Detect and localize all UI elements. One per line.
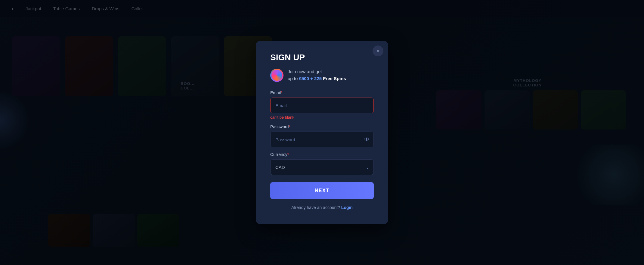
currency-select[interactable]: CAD USD EUR GBP AUD — [270, 159, 374, 175]
password-wrapper: 👁 — [270, 132, 374, 147]
promo-line-1: Join now and get — [288, 68, 346, 75]
currency-label: Currency* — [270, 152, 374, 157]
currency-select-wrapper: CAD USD EUR GBP AUD ⌄ — [270, 159, 374, 175]
currency-required: * — [287, 152, 289, 157]
login-link[interactable]: Login — [341, 205, 353, 210]
password-label: Password* — [270, 124, 374, 129]
promo-banner: Join now and get up to €500 + 225 Free S… — [270, 68, 374, 82]
close-icon: × — [376, 48, 380, 54]
promo-icon — [270, 69, 283, 82]
promo-amount: €500 + 225 — [299, 76, 322, 81]
promo-line-2: up to €500 + 225 Free Spins — [288, 75, 346, 82]
password-required: * — [289, 124, 290, 129]
currency-group: Currency* CAD USD EUR GBP AUD ⌄ — [270, 152, 374, 175]
email-group: Email* can't be blank — [270, 90, 374, 120]
promo-icon-inner — [271, 70, 282, 81]
email-input[interactable] — [270, 98, 374, 113]
modal-title: SIGN UP — [270, 53, 374, 62]
email-required: * — [281, 90, 282, 95]
promo-text: Join now and get up to €500 + 225 Free S… — [288, 68, 346, 82]
login-prompt: Already have an account? Login — [270, 205, 374, 210]
password-input[interactable] — [270, 132, 374, 147]
email-label: Email* — [270, 90, 374, 95]
next-button[interactable]: NEXT — [270, 182, 374, 199]
email-error: can't be blank — [270, 115, 374, 120]
signup-modal: × SIGN UP Join now and get up to €500 + … — [256, 41, 388, 224]
close-button[interactable]: × — [373, 45, 383, 56]
password-group: Password* 👁 — [270, 124, 374, 147]
eye-icon[interactable]: 👁 — [364, 136, 370, 143]
promo-suffix: Free Spins — [322, 76, 346, 81]
promo-prefix: up to — [288, 76, 299, 81]
